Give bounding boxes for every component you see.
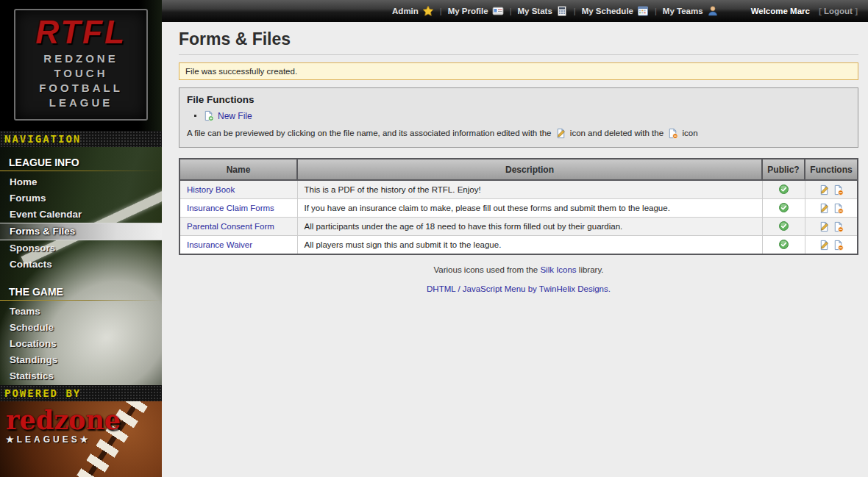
sidebar-item-home[interactable]: Home	[0, 174, 162, 190]
page-delete-icon[interactable]	[833, 240, 844, 251]
page-edit-icon[interactable]	[819, 221, 830, 232]
page-title: Forms & Files	[179, 29, 858, 49]
credits-line-1: Various icons used from the Silk Icons l…	[179, 265, 858, 274]
file-functions-title: File Functions	[187, 94, 850, 105]
file-name-cell: Parental Consent Form	[179, 218, 297, 236]
functions-cell	[805, 199, 858, 218]
sidebar-item-sponsors[interactable]: Sponsors	[0, 240, 162, 257]
section-underline	[0, 300, 162, 301]
accept-icon	[778, 239, 789, 250]
sidebar-item-schedule[interactable]: Schedule	[0, 320, 162, 336]
file-link[interactable]: Insurance Claim Forms	[187, 204, 274, 212]
vcard-icon	[492, 5, 504, 17]
rtfl-logo[interactable]: RTFL REDZONE TOUCH FOOTBALL LEAGUE	[14, 9, 148, 121]
functions-cell	[805, 218, 858, 236]
file-link[interactable]: History Book	[187, 185, 235, 194]
logo-acronym: RTFL	[15, 13, 146, 51]
header-name: Name	[179, 159, 297, 180]
sidebar-item-contacts[interactable]: Contacts	[0, 257, 162, 273]
table-row: Parental Consent Form All participants u…	[179, 218, 858, 236]
public-status-cell	[762, 199, 805, 218]
logo-line: TOUCH	[15, 66, 146, 81]
star-icon	[422, 5, 434, 17]
sidebar-item-standings[interactable]: Standings	[0, 352, 162, 368]
file-name-cell: Insurance Claim Forms	[179, 199, 297, 218]
topbar-separator: |	[655, 7, 657, 15]
logo-line: LEAGUE	[15, 96, 146, 110]
the-game-list: Teams Schedule Locations Standings Stati…	[0, 304, 162, 384]
topbar-item-admin[interactable]: Admin	[392, 5, 434, 17]
page-delete-icon[interactable]	[833, 203, 844, 214]
redzone-logo-name: redzone	[6, 407, 121, 434]
file-description-cell: All players must sign this and submit it…	[297, 236, 762, 255]
credits-line-2: DHTML / JavaScript Menu by TwinHelix Des…	[179, 284, 858, 293]
table-header-row: Name Description Public? Functions	[179, 159, 858, 180]
dhtml-menu-link[interactable]: DHTML / JavaScript Menu	[427, 284, 525, 293]
public-status-cell	[762, 236, 805, 255]
sidebar-item-locations[interactable]: Locations	[0, 336, 162, 352]
file-name-cell: Insurance Waiver	[179, 236, 297, 255]
calculator-icon	[556, 5, 568, 17]
file-name-cell: History Book	[179, 180, 297, 199]
sidebar-item-forms-files[interactable]: Forms & Files	[0, 223, 162, 240]
welcome-text: Welcome Marc	[751, 7, 810, 15]
new-file-item[interactable]: New File	[194, 110, 850, 121]
table-row: Insurance Waiver All players must sign t…	[179, 236, 858, 255]
file-description-cell: All participants under the age of 18 nee…	[297, 218, 762, 236]
navigation-strip: NAVIGATION	[0, 131, 162, 147]
section-title-league-info: LEAGUE INFO	[0, 147, 162, 168]
file-link[interactable]: Insurance Waiver	[187, 240, 252, 249]
file-functions-help: A file can be previewed by clicking on t…	[187, 128, 850, 139]
sidebar: RTFL REDZONE TOUCH FOOTBALL LEAGUE NAVIG…	[0, 0, 162, 477]
page-add-icon[interactable]	[203, 110, 214, 121]
page-edit-icon[interactable]	[819, 203, 830, 214]
accept-icon	[778, 184, 789, 195]
main-content: Forms & Files File was successfully crea…	[162, 22, 868, 477]
sidebar-nav: LEAGUE INFO Home Forums Event Calendar F…	[0, 147, 162, 385]
functions-cell	[805, 180, 858, 199]
title-divider	[179, 54, 858, 55]
group-icon	[707, 5, 719, 17]
topbar-item-my-schedule[interactable]: My Schedule	[582, 5, 649, 17]
new-file-link[interactable]: New File	[218, 111, 252, 121]
silk-icons-link[interactable]: Silk Icons	[540, 265, 576, 274]
table-row: Insurance Claim Forms If you have an ins…	[179, 199, 858, 218]
topbar-separator: |	[574, 7, 576, 15]
topbar-item-my-stats[interactable]: My Stats	[518, 5, 568, 17]
redzone-leagues-logo[interactable]: redzone ★LEAGUES★	[6, 407, 121, 445]
header-functions: Functions	[805, 159, 858, 180]
accept-icon	[778, 202, 789, 213]
bullet-icon	[194, 115, 196, 117]
section-underline	[0, 171, 162, 171]
page-delete-icon[interactable]	[833, 221, 844, 232]
sidebar-item-statistics[interactable]: Statistics	[0, 368, 162, 384]
topbar: Admin | My Profile | My Stats | My Sched…	[162, 0, 868, 22]
functions-cell	[805, 236, 858, 255]
header-public: Public?	[762, 159, 805, 180]
success-notice: File was successfully created.	[179, 62, 858, 80]
redzone-logo-sub: ★LEAGUES★	[6, 434, 121, 445]
calendar-icon	[637, 5, 649, 17]
football-graphic: redzone ★LEAGUES★	[0, 401, 162, 477]
page-edit-icon[interactable]	[819, 184, 830, 196]
topbar-item-my-profile[interactable]: My Profile	[448, 5, 504, 17]
topbar-separator: |	[510, 7, 512, 15]
logout-button[interactable]: [ Logout ]	[819, 7, 858, 15]
file-description-cell: This is a PDF of the history of the RTFL…	[297, 180, 762, 199]
league-info-list: Home Forums Event Calendar Forms & Files…	[0, 174, 162, 273]
page-delete-icon[interactable]	[833, 184, 844, 196]
header-description: Description	[297, 159, 762, 180]
sidebar-item-teams[interactable]: Teams	[0, 304, 162, 320]
files-table: Name Description Public? Functions Histo…	[179, 158, 858, 255]
public-status-cell	[762, 218, 805, 236]
powered-by-strip: POWERED BY	[0, 385, 162, 401]
logo-line: REDZONE	[15, 51, 146, 66]
sidebar-item-forums[interactable]: Forums	[0, 190, 162, 207]
file-link[interactable]: Parental Consent Form	[187, 222, 274, 231]
page-edit-icon[interactable]	[819, 240, 830, 251]
sidebar-item-event-calendar[interactable]: Event Calendar	[0, 207, 162, 223]
topbar-item-my-teams[interactable]: My Teams	[663, 5, 719, 17]
twinhelix-link[interactable]: TwinHelix Designs.	[539, 284, 611, 293]
file-description-cell: If you have an insurance claim to make, …	[297, 199, 762, 218]
table-row: History Book This is a PDF of the histor…	[179, 180, 858, 199]
